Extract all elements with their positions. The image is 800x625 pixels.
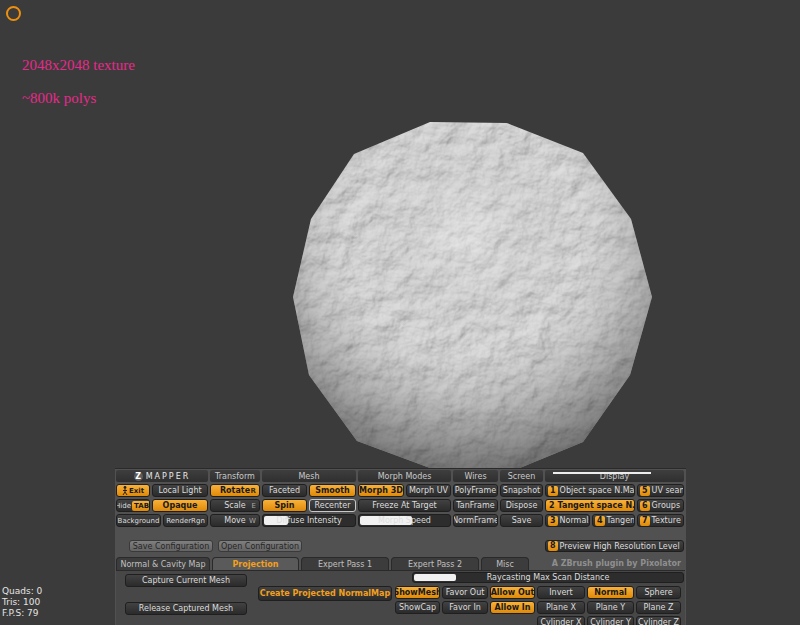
local-light-button[interactable]: Local Light xyxy=(152,484,208,497)
morph-speed-label: Morph Speed xyxy=(359,515,450,526)
tanframe-button[interactable]: TanFrame xyxy=(453,499,498,512)
tab-misc[interactable]: Misc xyxy=(481,557,529,570)
move-hotkey: W xyxy=(249,517,256,525)
object-space-nmap-button[interactable]: 1 Object space N.Map xyxy=(545,484,635,497)
normals-button[interactable]: 3 Normals xyxy=(545,514,590,527)
tab-bar: Normal & Cavity Map Projection Expert Pa… xyxy=(116,557,685,570)
tangent-space-num: 2 xyxy=(548,501,556,511)
snapshot-button[interactable]: Snapshot xyxy=(500,484,543,497)
texture-annotation: 2048x2048 texture xyxy=(22,57,135,74)
cylinder-z-button[interactable]: Cylinder Z xyxy=(636,616,681,625)
spin-button[interactable]: Spin xyxy=(262,499,307,512)
exit-label: Exit xyxy=(129,487,144,495)
uv-seams-label: UV seams xyxy=(652,486,684,495)
move-button[interactable]: Move W xyxy=(210,514,260,527)
zmapper-panel: Z MAPPER Transform Mesh Morph Modes Wire… xyxy=(115,468,686,625)
save-configuration-button[interactable]: Save Configuration xyxy=(129,540,213,552)
orange-ring-icon xyxy=(6,6,21,21)
normframe-button[interactable]: NormFrame xyxy=(453,514,498,527)
cylinder-y-button[interactable]: Cylinder Y xyxy=(587,616,634,625)
quads-count: Quads: 0 xyxy=(2,586,42,597)
preview-num: 8 xyxy=(548,541,558,551)
scale-button[interactable]: Scale E xyxy=(210,499,260,512)
tab-expert-pass-2[interactable]: Expert Pass 2 xyxy=(391,557,479,570)
raycasting-max-scan-distance-slider[interactable]: Raycasting Max Scan Distance xyxy=(412,572,684,583)
hide-label: Hide xyxy=(116,502,131,510)
favor-in-button[interactable]: Favor In xyxy=(442,601,488,614)
tab-normal-cavity-map[interactable]: Normal & Cavity Map xyxy=(116,557,210,570)
raycasting-label: Raycasting Max Scan Distance xyxy=(413,573,683,582)
showcap-button[interactable]: ShowCap xyxy=(395,601,440,614)
panel-row-3: Background RenderRgn Move W Diffuse Inte… xyxy=(116,514,684,527)
zmapper-z-icon: Z xyxy=(134,472,143,481)
object-space-num: 1 xyxy=(548,486,558,496)
create-projected-normalmap-button[interactable]: Create Projected NormalMap xyxy=(258,586,392,601)
hide-tab-button[interactable]: Hide TAB xyxy=(116,499,150,512)
capture-current-mesh-button[interactable]: Capture Current Mesh xyxy=(125,574,247,587)
tab-expert-pass-1[interactable]: Expert Pass 1 xyxy=(301,557,389,570)
invert-button[interactable]: Invert xyxy=(537,586,585,599)
normals-num: 3 xyxy=(548,516,558,526)
morph-speed-slider[interactable]: Morph Speed xyxy=(358,514,451,527)
smooth-button[interactable]: Smooth xyxy=(309,484,356,497)
texture-button[interactable]: 7 Texture xyxy=(637,514,684,527)
diffuse-intensity-slider[interactable]: Diffuse Intensity xyxy=(262,514,356,527)
groups-label: Groups xyxy=(652,501,681,510)
scale-label: Scale xyxy=(224,501,246,510)
fps-count: F.P.S: 79 xyxy=(2,608,42,619)
panel-header-row: Z MAPPER Transform Mesh Morph Modes Wire… xyxy=(116,470,684,482)
projection-tab-content: Capture Current Mesh Release Captured Me… xyxy=(116,570,685,625)
plane-z-button[interactable]: Plane Z xyxy=(636,601,681,614)
cylinder-x-button[interactable]: Cylinder X xyxy=(537,616,585,625)
model-viewport[interactable] xyxy=(280,107,660,487)
exit-button[interactable]: Exit xyxy=(116,484,150,497)
plane-x-button[interactable]: Plane X xyxy=(537,601,585,614)
recenter-button[interactable]: Recenter xyxy=(309,499,356,512)
tangent-space-nmap-button[interactable]: 2 Tangent space N.Map xyxy=(545,499,635,512)
showmesh-button[interactable]: ShowMesh xyxy=(395,586,440,599)
preview-high-res-button[interactable]: 8 Preview High Resolution Level xyxy=(545,540,684,552)
dispose-button[interactable]: Dispose xyxy=(500,499,543,512)
header-screen: Screen xyxy=(500,470,543,482)
normal-button[interactable]: Normal xyxy=(587,586,634,599)
panel-row-1: Exit Local Light Rotate R Faceted Smooth… xyxy=(116,484,684,497)
viewport-stats: Quads: 0 Tris: 100 F.P.S: 79 xyxy=(2,586,42,619)
config-row: Save Configuration Open Configuration 8 … xyxy=(115,540,686,552)
opaque-button[interactable]: Opaque xyxy=(152,499,208,512)
move-label: Move xyxy=(224,516,245,525)
projection-row-2: ShowCap Favor In Allow In Plane X Plane … xyxy=(395,601,681,614)
texture-label: Texture xyxy=(652,516,681,525)
save-button[interactable]: Save xyxy=(500,514,543,527)
normals-label: Normals xyxy=(560,516,590,525)
plane-y-button[interactable]: Plane Y xyxy=(587,601,634,614)
tris-count: Tris: 100 xyxy=(2,597,42,608)
texture-num: 7 xyxy=(640,516,650,526)
tangent-space-label: Tangent space N.Map xyxy=(558,501,635,510)
tab-projection[interactable]: Projection xyxy=(212,557,299,570)
morph-uv-button[interactable]: Morph UV xyxy=(406,484,451,497)
background-button[interactable]: Background xyxy=(116,514,161,527)
allow-out-button[interactable]: Allow Out xyxy=(490,586,535,599)
allow-in-button[interactable]: Allow In xyxy=(490,601,535,614)
favor-out-button[interactable]: Favor Out xyxy=(442,586,488,599)
rotate-hotkey: R xyxy=(251,487,256,495)
tangents-num: 4 xyxy=(595,516,605,526)
faceted-button[interactable]: Faceted xyxy=(262,484,307,497)
polyframe-button[interactable]: PolyFrame xyxy=(453,484,498,497)
display-slider-bar[interactable] xyxy=(553,472,651,474)
plugin-credit: A ZBrush plugin by Pixolator xyxy=(552,559,685,568)
release-captured-mesh-button[interactable]: Release Captured Mesh xyxy=(125,602,247,615)
uv-seams-button[interactable]: 5 UV seams xyxy=(637,484,684,497)
sphere-button[interactable]: Sphere xyxy=(636,586,681,599)
object-space-label: Object space N.Map xyxy=(560,486,635,495)
tangents-button[interactable]: 4 Tangents xyxy=(592,514,635,527)
freeze-at-target-button[interactable]: Freeze At Target xyxy=(358,499,451,512)
open-configuration-button[interactable]: Open Configuration xyxy=(218,540,302,552)
groups-button[interactable]: 6 Groups xyxy=(637,499,684,512)
renderrgn-button[interactable]: RenderRgn xyxy=(163,514,208,527)
morph-3d-button[interactable]: Morph 3D xyxy=(358,484,404,497)
groups-num: 6 xyxy=(640,501,650,511)
projection-row-3: Cylinder X Cylinder Y Cylinder Z xyxy=(537,616,681,625)
rotate-button[interactable]: Rotate R xyxy=(210,484,260,497)
polys-annotation: ~800k polys xyxy=(22,90,96,107)
